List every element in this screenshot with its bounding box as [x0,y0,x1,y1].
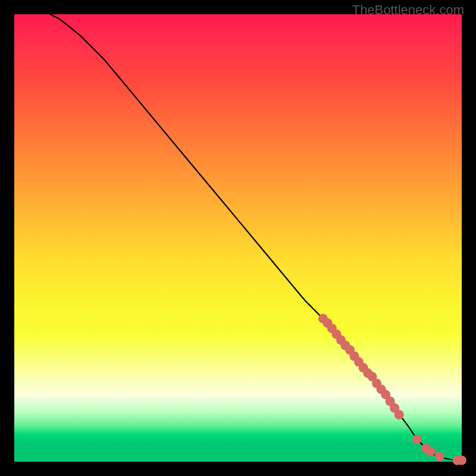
chart-svg [14,14,462,462]
highlight-dot [412,434,422,444]
highlight-dot [394,410,404,419]
watermark-text: TheBottleneck.com [352,2,464,18]
highlight-dots-group [318,314,466,465]
chart-plot-area [14,14,462,462]
highlight-dot [425,447,435,456]
bottleneck-curve [50,14,462,461]
highlight-dot [434,452,444,461]
highlight-dot [457,456,466,465]
